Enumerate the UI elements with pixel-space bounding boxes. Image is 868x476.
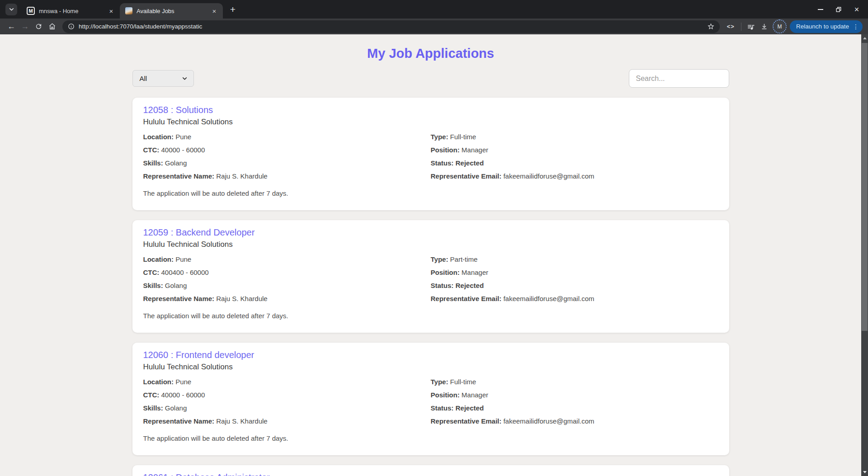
restore-icon (835, 6, 842, 13)
chevron-down-icon (9, 6, 14, 12)
scrollbar-thumb[interactable] (862, 43, 868, 331)
card-details: Location: Pune Type: Part-time CTC: 4004… (143, 253, 718, 305)
status-field: Status: Rejected (431, 401, 718, 415)
tab-mnswa-home[interactable]: M mnswa - Home × (21, 3, 120, 19)
tab-title: mnswa - Home (39, 8, 104, 14)
status-field: Status: Rejected (431, 156, 718, 170)
chevron-down-icon (182, 75, 188, 81)
ctc-field: CTC: 40000 - 60000 (143, 388, 431, 401)
company-name: Hululu Technical Solutions (143, 117, 718, 127)
status-field: Status: Rejected (431, 279, 718, 292)
type-field: Type: Full-time (431, 375, 718, 388)
ctc-field: CTC: 400400 - 60000 (143, 266, 431, 279)
forward-button[interactable]: → (18, 20, 32, 33)
ctc-field: CTC: 40000 - 60000 (143, 143, 431, 156)
bookmark-button[interactable] (705, 21, 717, 33)
m-logo-favicon: M (27, 7, 35, 15)
profile-avatar[interactable]: M (774, 21, 785, 32)
relaunch-label: Relaunch to update (796, 23, 849, 30)
browser-menu-icon[interactable]: ⋮ (853, 23, 859, 30)
application-card: 12060 : Frontend developer Hululu Techni… (132, 343, 729, 455)
relaunch-to-update-button[interactable]: Relaunch to update ⋮ (790, 20, 863, 33)
rep-name-field: Representative Name: Raju S. Khardule (143, 292, 431, 305)
auto-delete-note: The application will be auto deleted aft… (143, 189, 718, 198)
skills-field: Skills: Golang (143, 156, 431, 170)
url-bar[interactable]: http://localhost:7070/laa/student/myapps… (62, 20, 720, 33)
triangle-down-icon (863, 471, 867, 473)
position-field: Position: Manager (431, 143, 718, 156)
page-title: My Job Applications (132, 46, 729, 61)
toolbar-separator (741, 23, 741, 31)
application-card: 12058 : Solutions Hululu Technical Solut… (132, 98, 729, 210)
position-field: Position: Manager (431, 388, 718, 401)
search-input[interactable] (629, 69, 729, 88)
tab-available-jobs[interactable]: Available Jobs × (120, 3, 223, 19)
card-details: Location: Pune Type: Full-time CTC: 4000… (143, 130, 718, 183)
job-title-link[interactable]: 12061 : Database Administrator (143, 472, 270, 476)
location-field: Location: Pune (143, 130, 431, 143)
company-name: Hululu Technical Solutions (143, 240, 718, 250)
reload-button[interactable] (32, 20, 45, 33)
tab-strip: M mnswa - Home × Available Jobs × + × (0, 0, 868, 19)
reload-icon (35, 23, 42, 30)
triangle-up-icon (863, 37, 867, 39)
extension-code-icon[interactable]: <> (723, 23, 738, 30)
skills-field: Skills: Golang (143, 401, 431, 415)
scrollbar-up-arrow[interactable] (861, 34, 868, 42)
downloads-button[interactable] (758, 20, 771, 33)
job-title-link[interactable]: 12059 : Backend Developer (143, 227, 255, 238)
minimize-icon (818, 9, 823, 10)
tab-search-button[interactable] (5, 4, 17, 15)
rep-name-field: Representative Name: Raju S. Khardule (143, 415, 431, 428)
type-field: Type: Full-time (431, 130, 718, 143)
application-card: 12059 : Backend Developer Hululu Technic… (132, 220, 729, 333)
company-name: Hululu Technical Solutions (143, 362, 718, 372)
forward-icon: → (21, 22, 29, 31)
new-tab-button[interactable]: + (226, 3, 239, 16)
rep-email-field: Representative Email: fakeemailidforuse@… (431, 170, 718, 183)
auto-delete-note: The application will be auto deleted aft… (143, 434, 718, 443)
star-icon (707, 23, 715, 30)
skills-field: Skills: Golang (143, 279, 431, 292)
window-controls: × (816, 5, 861, 14)
tab-title: Available Jobs (137, 8, 208, 14)
application-card: 12061 : Database Administrator (132, 465, 729, 476)
close-tab-icon[interactable]: × (210, 7, 218, 15)
scrollbar-down-arrow[interactable] (861, 468, 868, 476)
type-field: Type: Part-time (431, 253, 718, 266)
close-tab-icon[interactable]: × (107, 7, 115, 15)
controls-row: All (132, 69, 729, 88)
jobs-page-favicon (125, 7, 132, 14)
filter-select[interactable]: All (132, 70, 194, 87)
media-controls-button[interactable] (744, 20, 758, 33)
page-content: My Job Applications All 12058 : Solution… (0, 34, 868, 476)
restore-button[interactable] (835, 5, 843, 14)
job-title-link[interactable]: 12058 : Solutions (143, 104, 213, 116)
download-icon (760, 23, 768, 30)
close-window-button[interactable]: × (853, 5, 861, 14)
url-text[interactable]: http://localhost:7070/laa/student/myapps… (79, 23, 705, 30)
scrollbar[interactable] (861, 34, 868, 476)
rep-email-field: Representative Email: fakeemailidforuse@… (431, 292, 718, 305)
back-button[interactable]: ← (5, 20, 18, 33)
rep-name-field: Representative Name: Raju S. Khardule (143, 170, 431, 183)
browser-toolbar: ← → http://localhost:7070/laa/student/my… (0, 19, 868, 34)
auto-delete-note: The application will be auto deleted aft… (143, 311, 718, 320)
card-details: Location: Pune Type: Full-time CTC: 4000… (143, 375, 718, 428)
back-icon: ← (7, 22, 15, 31)
applications-list: 12058 : Solutions Hululu Technical Solut… (132, 98, 729, 476)
position-field: Position: Manager (431, 266, 718, 279)
location-field: Location: Pune (143, 253, 431, 266)
close-icon: × (854, 5, 859, 14)
site-info-icon[interactable] (68, 23, 75, 30)
location-field: Location: Pune (143, 375, 431, 388)
rep-email-field: Representative Email: fakeemailidforuse@… (431, 415, 718, 428)
playlist-music-icon (747, 23, 755, 31)
home-button[interactable] (45, 20, 59, 33)
minimize-button[interactable] (816, 5, 825, 14)
job-title-link[interactable]: 12060 : Frontend developer (143, 349, 255, 361)
filter-selected-value: All (140, 75, 147, 82)
home-icon (48, 23, 56, 30)
